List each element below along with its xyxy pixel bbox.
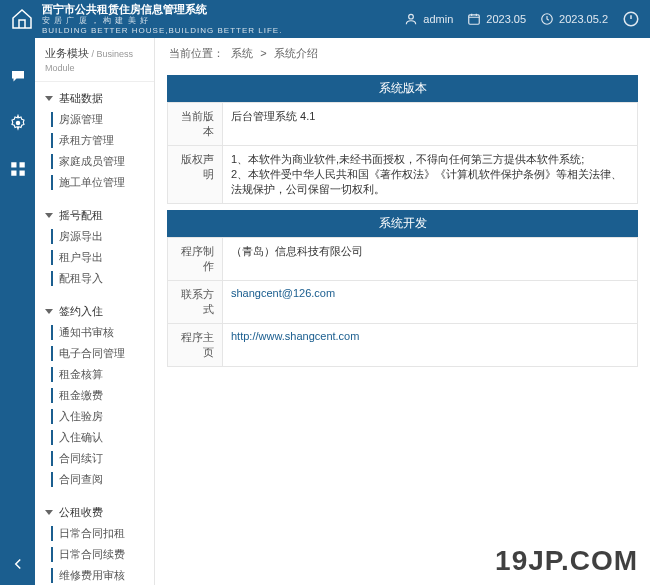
value-version: 后台管理系统 4.1	[223, 103, 638, 146]
main-content: 当前位置： 系统 > 系统介绍 系统版本 当前版本 后台管理系统 4.1 版权声…	[155, 38, 650, 585]
svg-point-0	[409, 14, 414, 19]
menu-group-title: 公租收费	[59, 505, 103, 520]
section-dev: 系统开发	[167, 210, 638, 237]
menu-group-header[interactable]: 基础数据	[35, 88, 154, 109]
menu-item[interactable]: 承租方管理	[35, 130, 154, 151]
value-home: http://www.shangcent.com	[223, 324, 638, 367]
dev-table: 程序制作 （青岛）信息科技有限公司 联系方式 shangcent@126.com…	[167, 237, 638, 367]
label-version: 当前版本	[168, 103, 223, 146]
chevron-down-icon	[45, 96, 53, 101]
menu-item[interactable]: 日常合同续费	[35, 544, 154, 565]
menu-item[interactable]: 合同续订	[35, 448, 154, 469]
app-title: 西宁市公共租赁住房信息管理系统	[42, 3, 282, 16]
svg-rect-6	[19, 162, 24, 167]
menu-group-title: 签约入住	[59, 304, 103, 319]
chevron-down-icon	[45, 309, 53, 314]
menu-group-header[interactable]: 签约入住	[35, 301, 154, 322]
logo-text: 西宁市公共租赁住房信息管理系统 安 居 广 厦 ， 构 建 美 好 BUILDI…	[42, 3, 282, 35]
menu-item[interactable]: 租户导出	[35, 247, 154, 268]
gear-icon[interactable]	[9, 114, 27, 132]
menu-group-title: 摇号配租	[59, 208, 103, 223]
value-contact: shangcent@126.com	[223, 281, 638, 324]
menu-item[interactable]: 房源管理	[35, 109, 154, 130]
menu-group-header[interactable]: 摇号配租	[35, 205, 154, 226]
svg-rect-8	[19, 171, 24, 176]
sidebar: 业务模块 / Business Module 基础数据房源管理承租方管理家庭成员…	[35, 38, 155, 585]
breadcrumb-sys[interactable]: 系统	[231, 47, 253, 59]
clock-icon	[540, 12, 554, 26]
app-logo-icon	[10, 7, 34, 31]
svg-point-4	[15, 121, 20, 126]
date-info-1[interactable]: 2023.05	[467, 12, 526, 26]
breadcrumb-current: 系统介绍	[274, 47, 318, 59]
email-link[interactable]: shangcent@126.com	[231, 287, 335, 299]
version-table: 当前版本 后台管理系统 4.1 版权声明 1、本软件为商业软件,未经书面授权，不…	[167, 102, 638, 204]
menu-item[interactable]: 施工单位管理	[35, 172, 154, 193]
menu-item[interactable]: 日常合同扣租	[35, 523, 154, 544]
menu-item[interactable]: 租金核算	[35, 364, 154, 385]
chevron-down-icon	[45, 510, 53, 515]
svg-rect-1	[469, 15, 480, 24]
grid-icon[interactable]	[9, 160, 27, 178]
menu-item[interactable]: 入住确认	[35, 427, 154, 448]
username: admin	[423, 13, 453, 25]
label-home: 程序主页	[168, 324, 223, 367]
chevron-left-icon[interactable]	[9, 555, 27, 573]
header-right: admin 2023.05 2023.05.2	[404, 10, 640, 28]
app-header: 西宁市公共租赁住房信息管理系统 安 居 广 厦 ， 构 建 美 好 BUILDI…	[0, 0, 650, 38]
label-maker: 程序制作	[168, 238, 223, 281]
menu-item[interactable]: 房源导出	[35, 226, 154, 247]
chat-icon[interactable]	[9, 68, 27, 86]
power-icon[interactable]	[622, 10, 640, 28]
module-title: 业务模块 / Business Module	[35, 38, 154, 82]
user-icon	[404, 12, 418, 26]
menu-item[interactable]: 租金缴费	[35, 385, 154, 406]
label-contact: 联系方式	[168, 281, 223, 324]
value-copyright: 1、本软件为商业软件,未经书面授权，不得向任何第三方提供本软件系统; 2、本软件…	[223, 146, 638, 204]
logo-area: 西宁市公共租赁住房信息管理系统 安 居 广 厦 ， 构 建 美 好 BUILDI…	[10, 3, 404, 35]
menu-group-header[interactable]: 公租收费	[35, 502, 154, 523]
icon-rail	[0, 38, 35, 585]
home-link[interactable]: http://www.shangcent.com	[231, 330, 359, 342]
menu-item[interactable]: 配租导入	[35, 268, 154, 289]
menu-item[interactable]: 合同查阅	[35, 469, 154, 490]
menu-item[interactable]: 维修费用审核	[35, 565, 154, 585]
section-version: 系统版本	[167, 75, 638, 102]
chevron-down-icon	[45, 213, 53, 218]
menu-item[interactable]: 入住验房	[35, 406, 154, 427]
svg-rect-5	[11, 162, 16, 167]
date-2: 2023.05.2	[559, 13, 608, 25]
date-info-2[interactable]: 2023.05.2	[540, 12, 608, 26]
user-info[interactable]: admin	[404, 12, 453, 26]
menu-item[interactable]: 家庭成员管理	[35, 151, 154, 172]
menu-item[interactable]: 电子合同管理	[35, 343, 154, 364]
breadcrumb: 当前位置： 系统 > 系统介绍	[155, 38, 650, 69]
value-maker: （青岛）信息科技有限公司	[223, 238, 638, 281]
calendar-icon	[467, 12, 481, 26]
label-copyright: 版权声明	[168, 146, 223, 204]
svg-rect-7	[11, 171, 16, 176]
menu-item[interactable]: 通知书审核	[35, 322, 154, 343]
date-1: 2023.05	[486, 13, 526, 25]
menu-group-title: 基础数据	[59, 91, 103, 106]
